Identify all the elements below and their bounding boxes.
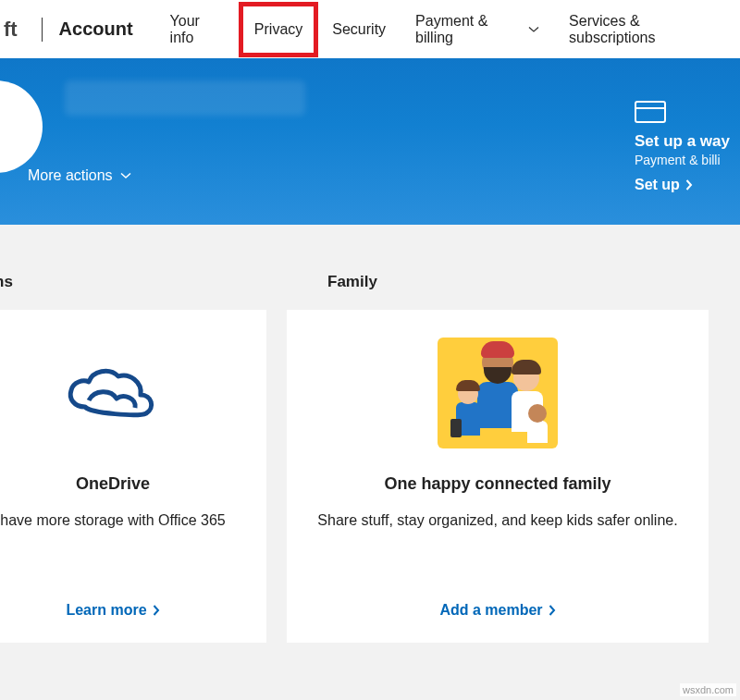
logo-fragment: ft — [4, 18, 36, 42]
family-illustration — [438, 338, 558, 448]
nav-privacy[interactable]: Privacy — [240, 3, 317, 56]
chevron-right-icon — [549, 605, 556, 616]
avatar — [0, 80, 43, 173]
nav-divider — [42, 18, 43, 42]
top-nav: ft Account Your info Privacy Security Pa… — [0, 0, 740, 58]
nav-your-info[interactable]: Your info — [155, 0, 240, 65]
svg-rect-0 — [635, 102, 665, 122]
card-onedrive: OneDrive have more storage with Office 3… — [0, 310, 266, 643]
card-onedrive-desc: have more storage with Office 365 — [0, 510, 235, 531]
section-label-fragment: ns — [0, 273, 13, 291]
nav-payment-billing-label: Payment & billing — [415, 13, 523, 46]
more-actions-link[interactable]: More actions — [28, 167, 131, 184]
hero-profile — [0, 80, 305, 173]
card-family: One happy connected family Share stuff, … — [287, 310, 709, 643]
setup-link[interactable]: Set up — [635, 177, 740, 193]
cards-row: OneDrive have more storage with Office 3… — [0, 310, 740, 643]
section-label-family: Family — [327, 273, 377, 291]
more-actions-label: More actions — [28, 167, 113, 184]
card-onedrive-cta[interactable]: Learn more — [66, 602, 159, 619]
watermark: wsxdn.com — [680, 683, 736, 696]
card-family-desc: Share stuff, stay organized, and keep ki… — [308, 510, 686, 531]
chevron-down-icon — [528, 26, 539, 33]
setup-title: Set up a way — [635, 132, 740, 151]
setup-subtitle: Payment & billi — [635, 153, 740, 167]
credit-card-icon — [635, 101, 740, 123]
card-family-cta-label: Add a member — [439, 602, 542, 619]
hero-setup-card: Set up a way Payment & billi Set up — [635, 101, 740, 193]
account-label[interactable]: Account — [59, 18, 133, 40]
card-onedrive-title: OneDrive — [76, 474, 150, 494]
chevron-right-icon — [685, 179, 693, 190]
card-onedrive-cta-label: Learn more — [66, 602, 146, 619]
hero-banner: More actions Set up a way Payment & bill… — [0, 58, 740, 225]
card-family-cta[interactable]: Add a member — [439, 602, 555, 619]
chevron-down-icon — [120, 172, 131, 179]
content-area: ns Family OneDrive have more storage wit… — [0, 225, 740, 700]
nav-security[interactable]: Security — [317, 3, 401, 56]
nav-payment-billing[interactable]: Payment & billing — [401, 0, 554, 65]
card-family-title: One happy connected family — [384, 474, 610, 494]
profile-name-redacted — [65, 80, 305, 116]
onedrive-icon — [57, 338, 168, 448]
chevron-right-icon — [153, 605, 160, 616]
section-labels-row: ns Family — [0, 273, 740, 291]
setup-link-label: Set up — [635, 177, 680, 193]
nav-services-subscriptions[interactable]: Services & subscriptions — [554, 0, 736, 65]
